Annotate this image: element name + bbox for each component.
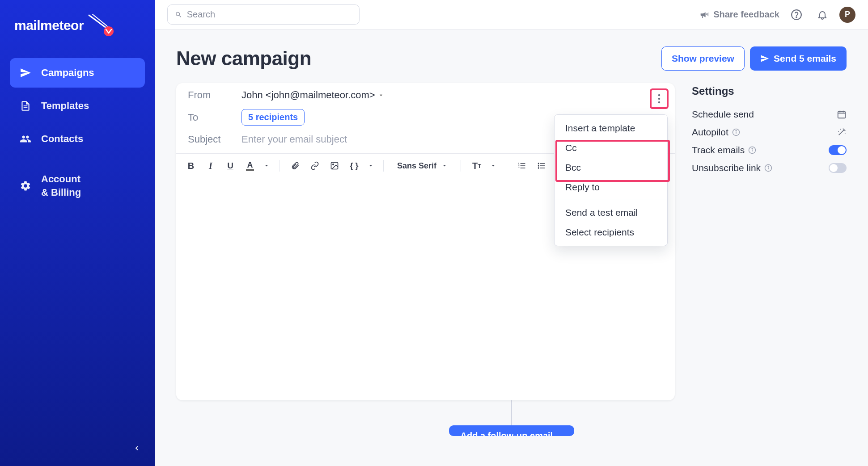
caret-down-icon: [491, 163, 496, 168]
font-family-select[interactable]: Sans Serif: [392, 159, 453, 173]
logo-text: mailmeteor: [14, 18, 84, 33]
show-preview-button[interactable]: Show preview: [661, 46, 745, 71]
text-color-button[interactable]: A: [242, 158, 258, 173]
from-row: From John <john@mailmeteor.com>: [176, 83, 675, 107]
menu-reply-to[interactable]: Reply to: [555, 177, 667, 197]
variables-caret[interactable]: [366, 158, 375, 173]
sidebar-item-label: Contacts: [41, 133, 83, 145]
logo[interactable]: mailmeteor: [10, 14, 145, 37]
svg-point-17: [752, 148, 753, 149]
text-size-button[interactable]: TT: [469, 158, 484, 173]
unsubscribe-toggle[interactable]: [829, 163, 847, 173]
svg-point-3: [658, 94, 660, 96]
svg-point-1: [792, 10, 801, 20]
info-icon: [732, 128, 740, 136]
kebab-icon: [658, 94, 661, 104]
menu-separator: [555, 200, 667, 200]
svg-point-20: [768, 166, 769, 167]
menu-select-recipients[interactable]: Select recipients: [555, 223, 667, 242]
to-label: To: [188, 112, 228, 123]
sidebar-item-label: Campaigns: [41, 67, 94, 79]
svg-point-5: [658, 101, 660, 103]
svg-rect-11: [838, 112, 846, 118]
svg-point-4: [658, 98, 660, 100]
setting-label: Schedule send: [692, 109, 754, 120]
svg-point-2: [796, 17, 797, 17]
help-button[interactable]: [788, 6, 805, 24]
chevron-left-icon: [133, 445, 140, 452]
svg-point-7: [333, 164, 334, 165]
followup-label: Add a follow-up email: [461, 431, 553, 436]
setting-track-emails: Track emails: [692, 141, 847, 159]
page-title: New campaign: [176, 47, 311, 70]
svg-point-9: [538, 165, 539, 166]
topbar: Share feedback P: [155, 0, 868, 29]
nav: Campaigns Templates Contacts Account & B…: [10, 58, 145, 208]
from-value: John <john@mailmeteor.com>: [241, 89, 375, 101]
preview-label: Show preview: [672, 53, 734, 64]
from-label: From: [188, 89, 228, 101]
meteor-icon: [88, 14, 115, 37]
image-icon: [330, 161, 339, 170]
feedback-label: Share feedback: [713, 9, 779, 20]
share-feedback-button[interactable]: Share feedback: [699, 9, 779, 20]
setting-unsubscribe: Unsubscribe link: [692, 159, 847, 177]
bell-icon: [817, 9, 828, 20]
setting-schedule-send[interactable]: Schedule send: [692, 105, 847, 123]
more-options-menu: Insert a template Cc Bcc Reply to Send a…: [554, 114, 668, 246]
sidebar-item-account[interactable]: Account & Billing: [10, 164, 145, 208]
track-emails-toggle[interactable]: [829, 145, 847, 155]
sidebar-item-contacts[interactable]: Contacts: [10, 124, 145, 154]
underline-button[interactable]: U: [223, 158, 238, 173]
menu-bcc[interactable]: Bcc: [555, 158, 667, 177]
sidebar-collapse-button[interactable]: [129, 440, 145, 456]
connector-line: [511, 400, 512, 425]
setting-label: Track emails: [692, 145, 745, 155]
attachment-button[interactable]: [288, 158, 303, 173]
highlight-annotation: [650, 88, 669, 109]
add-followup-button[interactable]: Add a follow-up email: [449, 425, 574, 436]
search-box[interactable]: [167, 4, 360, 25]
calendar-icon: [837, 109, 847, 119]
unordered-list-button[interactable]: [534, 158, 549, 173]
unordered-list-icon: [537, 161, 546, 170]
notifications-button[interactable]: [813, 6, 831, 24]
link-button[interactable]: [307, 158, 322, 173]
search-input[interactable]: [187, 9, 352, 20]
setting-autopilot[interactable]: Autopilot: [692, 123, 847, 141]
help-icon: [791, 9, 802, 21]
send-emails-button[interactable]: Send 5 emails: [750, 46, 847, 71]
bold-button[interactable]: B: [183, 158, 199, 173]
caret-down-icon: [378, 92, 384, 98]
settings-panel: Settings Schedule send Autopilot: [692, 83, 847, 177]
caret-down-icon: [442, 163, 447, 168]
info-icon: [764, 164, 772, 172]
avatar[interactable]: P: [839, 7, 855, 23]
settings-title: Settings: [692, 85, 847, 97]
font-label: Sans Serif: [397, 161, 436, 171]
more-options-button[interactable]: [652, 91, 666, 106]
italic-button[interactable]: I: [203, 158, 218, 173]
sidebar-item-label: Account & Billing: [41, 172, 81, 199]
document-icon: [20, 100, 31, 112]
subject-label: Subject: [188, 134, 228, 145]
magic-wand-icon: [837, 127, 847, 137]
megaphone-icon: [699, 10, 709, 20]
ordered-list-button[interactable]: [514, 158, 529, 173]
send-label: Send 5 emails: [774, 53, 836, 64]
recipients-chip[interactable]: 5 recipients: [241, 109, 305, 126]
variables-button[interactable]: { }: [347, 158, 362, 173]
text-size-caret[interactable]: [489, 158, 498, 173]
sidebar-item-campaigns[interactable]: Campaigns: [10, 58, 145, 88]
send-icon: [760, 54, 769, 63]
from-selector[interactable]: John <john@mailmeteor.com>: [241, 89, 384, 101]
caret-down-icon: [368, 163, 373, 168]
contacts-icon: [20, 133, 31, 145]
text-color-caret[interactable]: [262, 158, 271, 173]
sidebar-item-templates[interactable]: Templates: [10, 91, 145, 121]
menu-insert-template[interactable]: Insert a template: [555, 118, 667, 138]
image-button[interactable]: [327, 158, 342, 173]
menu-send-test[interactable]: Send a test email: [555, 203, 667, 223]
menu-cc[interactable]: Cc: [555, 138, 667, 158]
svg-point-14: [736, 130, 737, 131]
